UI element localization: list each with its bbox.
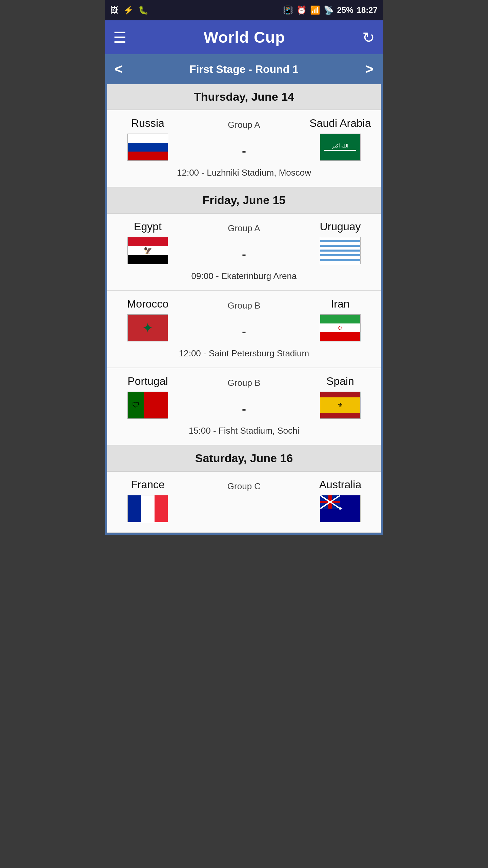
app-title: World Cup [204,28,285,46]
match-center: Group B - [228,298,261,339]
status-bar: 🖼 ⚡ 🐛 📳 ⏰ 📶 📡 25% 18:27 [105,0,383,20]
flag-egypt: 🦅 [127,237,168,264]
team-home: Portugal 🛡 [114,375,182,419]
match-row[interactable]: France Group C Australia ✦ [107,472,381,533]
wifi-icon: 📶 [310,5,320,15]
battery-text: 25% [337,5,353,15]
app-bar: ☰ World Cup ↻ [105,20,383,54]
group-label: Group B [228,378,261,388]
time-display: 18:27 [357,5,378,15]
team-away: Saudi Arabia الله أكبر [306,117,374,161]
team-home-name: Egypt [134,220,162,233]
status-bar-right: 📳 ⏰ 📶 📡 25% 18:27 [283,5,378,15]
flag-iran: ☪ [320,314,361,341]
match-row[interactable]: Portugal 🛡 Group B - Spain ⚜ [107,368,381,446]
flag-saudi: الله أكبر [320,134,361,161]
group-label: Group A [228,120,260,130]
team-away: Iran ☪ [306,298,374,341]
day-header-sat: Saturday, June 16 [107,446,381,472]
match-teams: France Group C Australia ✦ [114,478,374,522]
match-teams: Egypt 🦅 Group A - Uruguay [114,220,374,264]
match-info: 09:00 - Ekaterinburg Arena [114,268,374,287]
team-home-name: Morocco [127,298,169,310]
team-away: Spain ⚜ [306,375,374,419]
debug-icon: 🐛 [138,5,148,15]
match-teams: Portugal 🛡 Group B - Spain ⚜ [114,375,374,419]
team-home: Russia [114,117,182,161]
match-info: 12:00 - Saint Petersburg Stadium [114,345,374,364]
flag-portugal: 🛡 [127,392,168,419]
match-center: Group A - [228,117,260,158]
prev-round-button[interactable]: < [115,61,123,77]
round-label: First Stage - Round 1 [189,63,299,76]
team-away-name: Spain [326,375,354,388]
matches-content: Thursday, June 14 Russia Group A - Saudi… [105,84,383,535]
usb-icon: ⚡ [123,5,134,15]
match-row[interactable]: Egypt 🦅 Group A - Uruguay [107,214,381,291]
flag-australia: ✦ [320,495,361,522]
match-info: 15:00 - Fisht Stadium, Sochi [114,422,374,441]
refresh-button[interactable]: ↻ [362,29,375,46]
hamburger-menu-button[interactable]: ☰ [113,29,126,46]
group-label: Group C [227,481,261,492]
gallery-icon: 🖼 [110,5,119,15]
match-info: 12:00 - Luzhniki Stadium, Moscow [114,164,374,183]
match-teams: Russia Group A - Saudi Arabia الله أك [114,117,374,161]
group-label: Group B [228,300,261,311]
team-home-name: Russia [131,117,164,130]
team-away-name: Saudi Arabia [309,117,371,130]
match-teams: Morocco ✦ Group B - Iran ☪ [114,298,374,341]
group-label: Group A [228,223,260,234]
day-header-fri: Friday, June 15 [107,188,381,214]
day-header-thu: Thursday, June 14 [107,84,381,110]
team-home: Egypt 🦅 [114,220,182,264]
team-home-name: France [131,478,165,491]
team-away: Uruguay [306,220,374,264]
vibrate-icon: 📳 [283,5,293,15]
match-center: Group C [227,478,261,502]
match-row[interactable]: Morocco ✦ Group B - Iran ☪ [107,291,381,368]
flag-russia [127,134,168,161]
round-header: < First Stage - Round 1 > [105,54,383,84]
flag-uruguay [320,237,361,264]
match-center: Group B - [228,375,261,416]
match-center: Group A - [228,220,260,261]
flag-morocco: ✦ [127,314,168,341]
team-home-name: Portugal [127,375,168,388]
next-round-button[interactable]: > [365,61,373,77]
team-away: Australia ✦ [306,478,374,522]
team-home: France [114,478,182,522]
signal-icon: 📡 [324,5,334,15]
status-bar-left: 🖼 ⚡ 🐛 [110,5,148,15]
team-away-name: Australia [319,478,362,491]
flag-spain: ⚜ [320,392,361,419]
alarm-icon: ⏰ [297,5,307,15]
team-away-name: Iran [331,298,349,310]
team-away-name: Uruguay [320,220,361,233]
match-row[interactable]: Russia Group A - Saudi Arabia الله أك [107,110,381,188]
team-home: Morocco ✦ [114,298,182,341]
flag-france [127,495,168,522]
